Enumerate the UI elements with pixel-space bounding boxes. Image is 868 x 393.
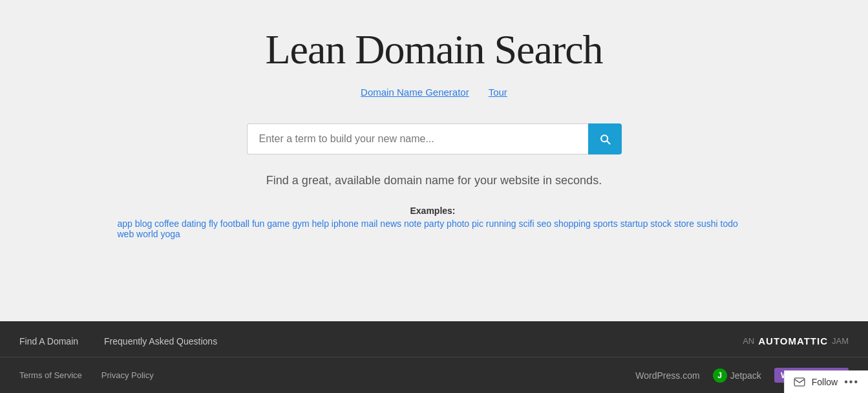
- follow-dots: •••: [844, 376, 859, 388]
- example-link[interactable]: shopping: [554, 218, 591, 229]
- example-link[interactable]: fun: [252, 218, 264, 229]
- example-link[interactable]: mail: [361, 218, 378, 229]
- main-content: Lean Domain Search Domain Name Generator…: [0, 0, 868, 321]
- example-link[interactable]: store: [674, 218, 694, 229]
- footer-top: Find A Domain Frequently Asked Questions…: [0, 321, 868, 357]
- nav-tour[interactable]: Tour: [489, 87, 507, 98]
- example-link[interactable]: todo: [721, 218, 738, 229]
- example-link[interactable]: dating: [182, 218, 206, 229]
- search-input[interactable]: [247, 123, 588, 154]
- example-link[interactable]: blog: [135, 218, 152, 229]
- example-link[interactable]: app: [118, 218, 132, 229]
- svg-rect-0: [794, 378, 805, 386]
- search-container: [247, 123, 622, 154]
- example-link[interactable]: stock: [650, 218, 672, 229]
- footer-links: Terms of Service Privacy Policy: [19, 370, 154, 380]
- example-link[interactable]: fly: [209, 218, 218, 229]
- search-button[interactable]: [588, 123, 622, 154]
- automattic-brand: AUTOMATTIC: [758, 335, 828, 346]
- follow-button[interactable]: Follow: [812, 377, 838, 387]
- follow-bar: Follow •••: [784, 370, 868, 393]
- brand-jetpack: J Jetpack: [713, 368, 761, 383]
- example-link[interactable]: coffee: [154, 218, 179, 229]
- automattic-suffix: JAM: [832, 336, 849, 346]
- example-link[interactable]: news: [380, 218, 401, 229]
- footer-terms[interactable]: Terms of Service: [19, 370, 82, 380]
- nav-links: Domain Name Generator Tour: [361, 87, 507, 98]
- example-link[interactable]: game: [267, 218, 290, 229]
- example-link[interactable]: world: [136, 229, 158, 239]
- example-link[interactable]: web: [118, 229, 134, 239]
- example-link[interactable]: sushi: [697, 218, 718, 229]
- example-link[interactable]: help: [312, 218, 329, 229]
- tagline: Find a great, available domain name for …: [266, 174, 602, 187]
- brand-wordpress: WordPress.com: [635, 370, 699, 381]
- site-title: Lean Domain Search: [265, 26, 602, 74]
- follow-icon: [794, 377, 805, 387]
- example-link[interactable]: party: [424, 218, 444, 229]
- footer-nav: Find A Domain Frequently Asked Questions: [19, 336, 217, 346]
- footer: Find A Domain Frequently Asked Questions…: [0, 321, 868, 393]
- examples-row: Examples: app blog coffee dating fly foo…: [118, 206, 751, 239]
- example-link[interactable]: gym: [292, 218, 309, 229]
- example-link[interactable]: startup: [620, 218, 648, 229]
- nav-domain-generator[interactable]: Domain Name Generator: [361, 87, 469, 98]
- footer-faq[interactable]: Frequently Asked Questions: [104, 336, 217, 346]
- footer-find-domain[interactable]: Find A Domain: [19, 336, 78, 346]
- examples-links: app blog coffee dating fly football fun …: [118, 218, 751, 239]
- example-link[interactable]: football: [220, 218, 249, 229]
- example-link[interactable]: pic: [472, 218, 483, 229]
- automattic-prefix: AN: [743, 336, 754, 346]
- example-link[interactable]: scifi: [518, 218, 534, 229]
- example-link[interactable]: note: [404, 218, 421, 229]
- example-link[interactable]: sports: [593, 218, 618, 229]
- footer-bottom: Terms of Service Privacy Policy WordPres…: [0, 357, 868, 393]
- example-link[interactable]: seo: [536, 218, 551, 229]
- jetpack-icon: J: [713, 368, 727, 383]
- example-link[interactable]: running: [486, 218, 516, 229]
- footer-privacy[interactable]: Privacy Policy: [101, 370, 154, 380]
- jetpack-label: Jetpack: [730, 370, 761, 381]
- example-link[interactable]: yoga: [160, 229, 180, 239]
- footer-automattic: AN AUTOMATTIC JAM: [743, 335, 849, 346]
- search-icon: [598, 133, 611, 145]
- example-link[interactable]: photo: [447, 218, 469, 229]
- examples-label: Examples:: [410, 206, 455, 216]
- example-link[interactable]: iphone: [332, 218, 359, 229]
